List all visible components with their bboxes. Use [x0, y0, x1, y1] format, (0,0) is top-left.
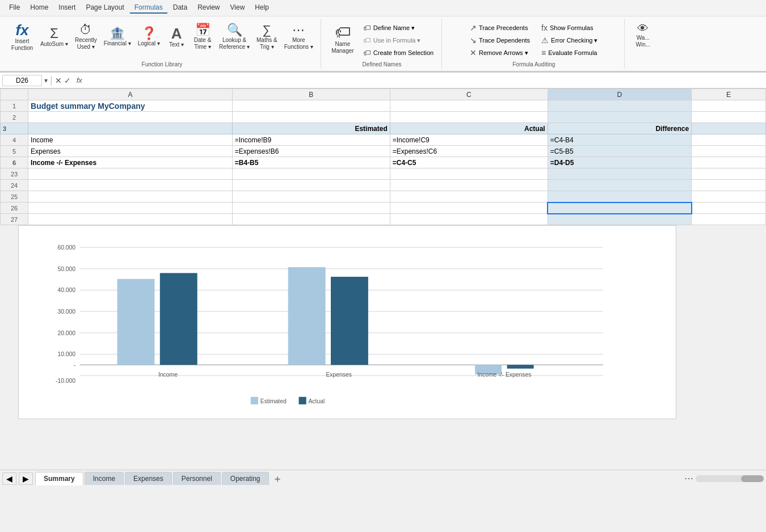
cell-c26[interactable]	[390, 202, 548, 214]
fx-button[interactable]: fx	[73, 76, 86, 85]
menu-item-home[interactable]: Home	[26, 2, 53, 14]
cell-b3[interactable]: Estimated	[232, 123, 390, 134]
cell-e6[interactable]	[692, 157, 766, 168]
formula-input[interactable]	[88, 75, 764, 86]
create-from-selection-btn[interactable]: 🏷 Create from Selection	[360, 47, 437, 58]
cell-a5[interactable]: Expenses	[28, 146, 233, 157]
cell-c5[interactable]: =Expenses!C6	[390, 146, 548, 157]
insert-function-btn[interactable]: fx Insert Function	[8, 21, 36, 53]
cell-a23[interactable]	[28, 168, 233, 180]
cell-b2[interactable]	[232, 112, 390, 123]
lookup-reference-btn[interactable]: 🔍 Lookup & Reference ▾	[216, 22, 252, 52]
cell-e23[interactable]	[692, 168, 766, 180]
col-header-c[interactable]: C	[390, 89, 548, 100]
sheet-tab-summary[interactable]: Summary	[35, 472, 83, 485]
cell-a3[interactable]	[28, 123, 233, 134]
show-formulas-btn[interactable]: fx Show Formulas	[538, 22, 601, 33]
cell-e2[interactable]	[692, 112, 766, 123]
financial-btn[interactable]: 🏦 Financial ▾	[101, 26, 134, 49]
name-manager-btn[interactable]: 🏷 Name Manager	[327, 21, 359, 56]
cell-c2[interactable]	[390, 112, 548, 123]
cell-c23[interactable]	[390, 168, 548, 180]
cell-ref-input[interactable]	[2, 75, 42, 86]
cell-c6[interactable]: =C4-C5	[390, 157, 548, 168]
sheet-nav-left-btn[interactable]: ◀	[2, 472, 16, 485]
cell-a1[interactable]: Budget summary MyCompany	[28, 100, 233, 112]
more-functions-btn[interactable]: ⋯ More Functions ▾	[281, 22, 316, 52]
cell-d6[interactable]: =D4-D5	[548, 157, 691, 168]
cell-d25[interactable]	[548, 191, 691, 202]
cell-e26[interactable]	[692, 202, 766, 214]
cell-a24[interactable]	[28, 180, 233, 191]
cell-a25[interactable]	[28, 191, 233, 202]
cell-a2[interactable]	[28, 112, 233, 123]
cell-e27[interactable]	[692, 214, 766, 225]
cell-c4[interactable]: =Income!C9	[390, 134, 548, 146]
autosum-btn[interactable]: Σ AutoSum ▾	[37, 25, 71, 49]
cell-e24[interactable]	[692, 180, 766, 191]
cell-d5[interactable]: =C5-B5	[548, 146, 691, 157]
menu-item-help[interactable]: Help	[250, 2, 273, 14]
more-options-btn[interactable]: ⋯	[684, 473, 693, 484]
col-header-a[interactable]: A	[28, 89, 233, 100]
cell-b6[interactable]: =B4-B5	[232, 157, 390, 168]
evaluate-formula-btn[interactable]: ≡ Evaluate Formula	[538, 47, 601, 58]
col-header-b[interactable]: B	[232, 89, 390, 100]
cell-b25[interactable]	[232, 191, 390, 202]
cell-e25[interactable]	[692, 191, 766, 202]
horizontal-scrollbar-thumb[interactable]	[741, 475, 764, 482]
cell-b1[interactable]	[232, 100, 390, 112]
sheet-tab-personnel[interactable]: Personnel	[173, 472, 221, 485]
menu-item-view[interactable]: View	[226, 2, 250, 14]
cell-c1[interactable]	[390, 100, 548, 112]
cell-a4[interactable]: Income	[28, 134, 233, 146]
cell-e5[interactable]	[692, 146, 766, 157]
sheet-tab-expenses[interactable]: Expenses	[125, 472, 172, 485]
text-btn[interactable]: A Text ▾	[164, 24, 189, 50]
cell-d23[interactable]	[548, 168, 691, 180]
add-sheet-btn[interactable]: ＋	[272, 472, 283, 485]
menu-item-file[interactable]: File	[5, 2, 24, 14]
cell-b5[interactable]: =Expenses!B6	[232, 146, 390, 157]
menu-item-review[interactable]: Review	[193, 2, 224, 14]
horizontal-scrollbar-track[interactable]	[696, 475, 764, 482]
cell-d3[interactable]: Difference	[548, 123, 691, 134]
sheet-tab-operating[interactable]: Operating	[222, 472, 269, 485]
col-header-e[interactable]: E	[692, 89, 766, 100]
cell-a6[interactable]: Income -/- Expenses	[28, 157, 233, 168]
remove-arrows-btn[interactable]: ✕ Remove Arrows ▾	[466, 47, 533, 58]
error-checking-btn[interactable]: ⚠ Error Checking ▾	[538, 35, 601, 46]
define-name-btn[interactable]: 🏷 Define Name ▾	[360, 22, 437, 33]
sheet-nav-right-btn[interactable]: ▶	[19, 472, 33, 485]
maths-trig-btn[interactable]: ∑ Maths & Trig ▾	[254, 22, 280, 52]
recently-used-btn[interactable]: ⏱ Recently Used ▾	[72, 22, 100, 52]
cell-b23[interactable]	[232, 168, 390, 180]
cell-c25[interactable]	[390, 191, 548, 202]
cell-b27[interactable]	[232, 214, 390, 225]
cell-e3[interactable]	[692, 123, 766, 134]
cell-b24[interactable]	[232, 180, 390, 191]
confirm-input-btn[interactable]: ✓	[64, 76, 71, 85]
cell-c27[interactable]	[390, 214, 548, 225]
cell-b26[interactable]	[232, 202, 390, 214]
cell-b4[interactable]: =Income!B9	[232, 134, 390, 146]
trace-precedents-btn[interactable]: ↗ Trace Precedents	[466, 22, 533, 33]
cell-a26[interactable]	[28, 202, 233, 214]
trace-dependents-btn[interactable]: ↘ Trace Dependents	[466, 35, 533, 46]
col-header-d[interactable]: D	[548, 89, 691, 100]
menu-item-page-layout[interactable]: Page Layout	[81, 2, 128, 14]
logical-btn[interactable]: ❓ Logical ▾	[135, 26, 163, 49]
cell-d24[interactable]	[548, 180, 691, 191]
cancel-input-btn[interactable]: ✕	[55, 76, 62, 85]
watch-window-btn[interactable]: 👁 Wa... Win...	[630, 21, 655, 50]
cell-d26[interactable]	[548, 202, 691, 214]
cell-d4[interactable]: =C4-B4	[548, 134, 691, 146]
sheet-tab-income[interactable]: Income	[85, 472, 124, 485]
cell-a27[interactable]	[28, 214, 233, 225]
cell-e1[interactable]	[692, 100, 766, 112]
cell-c3[interactable]: Actual	[390, 123, 548, 134]
menu-item-insert[interactable]: Insert	[54, 2, 80, 14]
menu-item-data[interactable]: Data	[169, 2, 192, 14]
date-time-btn[interactable]: 📅 Date & Time ▾	[190, 22, 215, 52]
cell-ref-dropdown[interactable]: ▾	[44, 77, 48, 85]
